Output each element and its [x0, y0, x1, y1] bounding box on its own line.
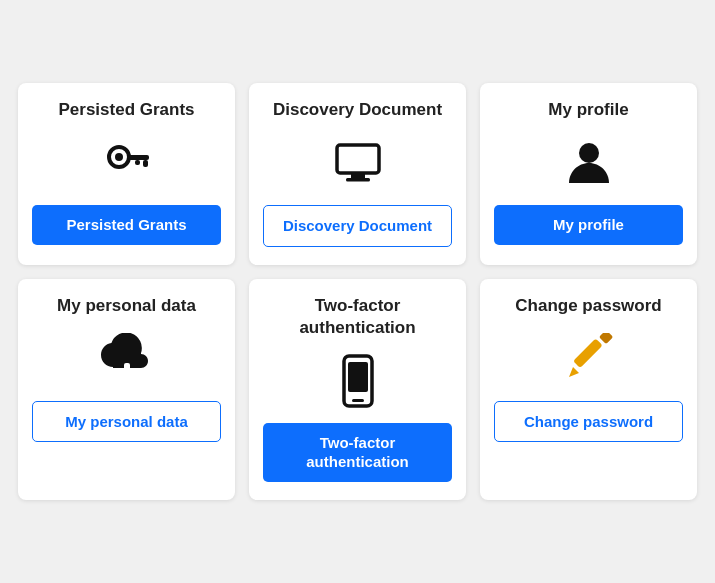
svg-rect-6 — [351, 173, 365, 178]
card-title-discovery-document: Discovery Document — [273, 99, 442, 121]
svg-point-8 — [579, 143, 599, 163]
svg-rect-11 — [352, 399, 364, 402]
pencil-icon — [563, 331, 615, 387]
card-change-password: Change password Change password — [480, 279, 697, 500]
card-title-change-password: Change password — [515, 295, 661, 317]
svg-rect-12 — [348, 362, 368, 392]
my-profile-button[interactable]: My profile — [494, 205, 683, 245]
two-factor-button[interactable]: Two-factor authentication — [263, 423, 452, 482]
cloud-download-icon — [99, 331, 155, 387]
card-title-my-personal-data: My personal data — [57, 295, 196, 317]
svg-rect-9 — [124, 363, 130, 377]
card-discovery-document: Discovery Document Discovery Document — [249, 83, 466, 265]
monitor-icon — [332, 135, 384, 191]
svg-rect-7 — [346, 178, 370, 182]
cards-grid: Persisted Grants Persisted Grants Discov… — [0, 65, 715, 518]
card-title-my-profile: My profile — [548, 99, 628, 121]
card-title-persisted-grants: Persisted Grants — [58, 99, 194, 121]
svg-rect-5 — [337, 145, 379, 173]
svg-marker-14 — [569, 367, 579, 377]
card-my-personal-data: My personal data My personal data — [18, 279, 235, 500]
card-persisted-grants: Persisted Grants Persisted Grants — [18, 83, 235, 265]
change-password-button[interactable]: Change password — [494, 401, 683, 443]
persisted-grants-button[interactable]: Persisted Grants — [32, 205, 221, 245]
svg-rect-4 — [135, 160, 140, 165]
card-two-factor: Two-factor authentication Two-factor aut… — [249, 279, 466, 500]
svg-point-1 — [115, 153, 123, 161]
card-title-two-factor: Two-factor authentication — [263, 295, 452, 339]
person-icon — [563, 135, 615, 191]
my-personal-data-button[interactable]: My personal data — [32, 401, 221, 443]
phone-icon — [340, 353, 376, 409]
svg-rect-15 — [599, 333, 613, 344]
key-icon — [101, 135, 153, 191]
svg-rect-13 — [573, 338, 603, 368]
svg-rect-3 — [143, 160, 148, 167]
discovery-document-button[interactable]: Discovery Document — [263, 205, 452, 247]
svg-rect-2 — [127, 155, 149, 160]
card-my-profile: My profile My profile — [480, 83, 697, 265]
